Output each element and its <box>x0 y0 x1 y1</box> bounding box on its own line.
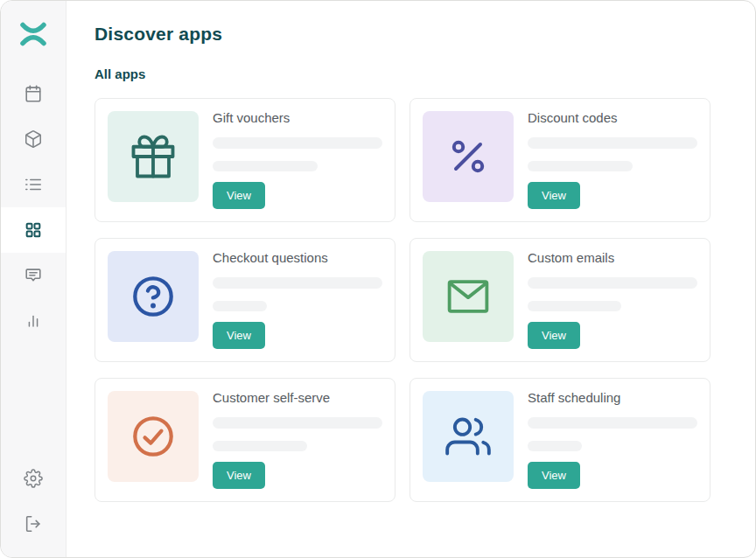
question-circle-icon <box>130 273 177 320</box>
skeleton-bar <box>528 161 633 172</box>
apps-grid-icon <box>24 221 42 239</box>
app-icon-tile <box>108 251 199 342</box>
sidebar-item-list[interactable] <box>1 162 66 207</box>
app-card-body: Gift vouchers View <box>213 111 382 209</box>
logout-icon <box>24 514 43 534</box>
app-card-body: Custom emails View <box>528 251 697 349</box>
sidebar-footer-nav <box>1 456 66 557</box>
users-icon <box>445 414 491 459</box>
sidebar-nav <box>1 71 66 344</box>
app-icon-tile <box>108 111 199 202</box>
brand-logo-icon[interactable] <box>1 20 66 52</box>
app-card-title: Gift vouchers <box>213 111 382 125</box>
skeleton-bar <box>528 137 697 149</box>
view-button[interactable]: View <box>528 182 580 209</box>
skeleton-bar <box>528 277 697 289</box>
app-card-title: Discount codes <box>528 111 697 125</box>
app-card-body: Customer self-serve View <box>213 391 382 489</box>
skeleton-bar <box>213 137 382 149</box>
chat-icon <box>24 266 43 285</box>
skeleton-bar <box>528 301 621 312</box>
skeleton-bar <box>213 417 382 429</box>
page-title: Discover apps <box>94 24 755 45</box>
sidebar <box>1 1 66 557</box>
app-icon-tile <box>423 111 514 202</box>
app-card: Customer self-serve View <box>94 378 396 502</box>
app-icon-tile <box>423 251 514 342</box>
apps-grid: Gift vouchers View Discount codes View C… <box>94 98 755 502</box>
package-icon <box>24 129 43 149</box>
sidebar-item-logout[interactable] <box>1 501 66 547</box>
envelope-icon <box>444 273 492 320</box>
skeleton-bar <box>213 441 307 452</box>
gift-icon <box>130 133 177 180</box>
app-icon-tile <box>423 391 514 482</box>
sidebar-item-settings[interactable] <box>1 456 66 501</box>
skeleton-bar <box>528 441 582 452</box>
main-content: Discover apps All apps Gift vouchers Vie… <box>66 1 755 557</box>
check-circle-icon <box>130 413 177 460</box>
app-card: Staff scheduling View <box>410 378 710 502</box>
percent-icon <box>447 136 489 178</box>
sidebar-item-chat[interactable] <box>1 253 66 298</box>
bar-chart-icon <box>24 311 43 331</box>
app-card-title: Checkout questions <box>213 251 382 265</box>
view-button[interactable]: View <box>213 182 265 209</box>
app-card: Discount codes View <box>410 98 710 222</box>
app-card-title: Custom emails <box>528 251 697 265</box>
brand-logo-icon <box>19 20 47 52</box>
skeleton-bar <box>213 161 318 172</box>
skeleton-bar <box>528 417 697 429</box>
app-card-title: Customer self-serve <box>213 391 382 405</box>
app-card-body: Checkout questions View <box>213 251 382 349</box>
skeleton-bar <box>213 301 267 312</box>
calendar-icon <box>24 84 43 103</box>
app-icon-tile <box>108 391 199 482</box>
view-button[interactable]: View <box>213 462 265 489</box>
app-card: Gift vouchers View <box>94 98 396 222</box>
list-icon <box>24 175 43 194</box>
app-card-body: Discount codes View <box>528 111 697 209</box>
sidebar-item-apps-grid[interactable] <box>1 207 66 253</box>
view-button[interactable]: View <box>528 462 580 489</box>
section-label: All apps <box>94 66 755 81</box>
settings-icon <box>24 469 43 488</box>
sidebar-item-calendar[interactable] <box>1 71 66 116</box>
app-card-title: Staff scheduling <box>528 391 697 405</box>
app-card: Custom emails View <box>410 238 710 362</box>
app-card-body: Staff scheduling View <box>528 391 697 489</box>
sidebar-item-bar-chart[interactable] <box>1 298 66 344</box>
app-card: Checkout questions View <box>94 238 396 362</box>
app-window: Discover apps All apps Gift vouchers Vie… <box>0 0 756 558</box>
sidebar-item-package[interactable] <box>1 116 66 162</box>
skeleton-bar <box>213 277 382 289</box>
view-button[interactable]: View <box>213 322 265 349</box>
view-button[interactable]: View <box>528 322 580 349</box>
